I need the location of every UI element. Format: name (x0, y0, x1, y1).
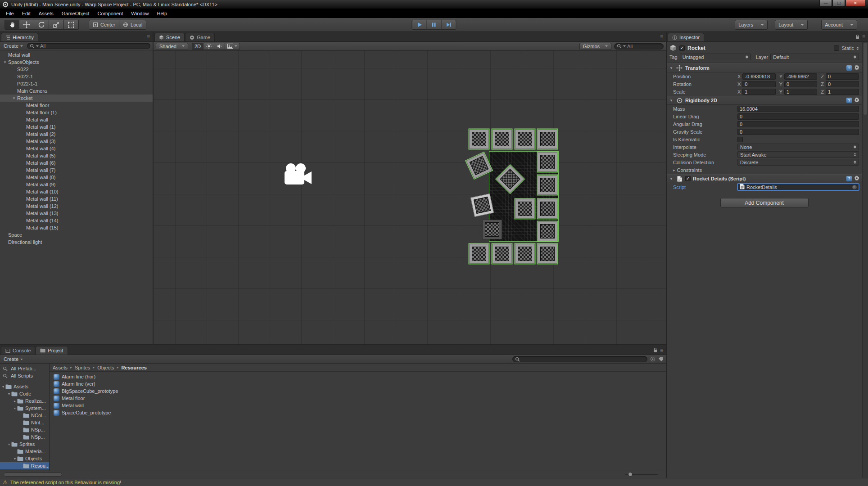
scale-tool-button[interactable] (49, 20, 64, 30)
metal-wall-tile[interactable] (538, 175, 557, 195)
value-field[interactable]: 16.0004 (737, 106, 859, 112)
vector-value-field[interactable]: 1 (784, 89, 817, 95)
metal-wall-tile[interactable] (515, 244, 535, 264)
metal-wall-tile[interactable] (538, 129, 557, 149)
thumbnail-zoom-slider[interactable] (625, 474, 658, 475)
search-by-type-icon[interactable] (650, 356, 656, 362)
project-favorite-item[interactable]: All Scripts (0, 372, 49, 379)
close-button[interactable]: ✕ (845, 0, 865, 7)
metal-wall-tile[interactable] (492, 129, 512, 149)
hierarchy-item[interactable]: Directional light (0, 238, 153, 246)
menu-component[interactable]: Component (93, 9, 127, 18)
hierarchy-item[interactable]: Metal wall (1) (0, 123, 153, 130)
breadcrumb-item[interactable]: Sprites (75, 365, 90, 370)
project-favorite-item[interactable]: All Prefab... (0, 365, 49, 372)
hierarchy-item[interactable]: Metal wall (10) (0, 188, 153, 195)
panel-menu-icon[interactable]: ≡ (147, 34, 150, 40)
metal-wall-tile[interactable] (469, 244, 489, 264)
vector-value-field[interactable]: 0 (742, 81, 775, 87)
help-icon[interactable]: ? (846, 65, 852, 71)
shading-mode-dropdown[interactable]: Shaded (156, 43, 188, 50)
menu-assets[interactable]: Assets (35, 9, 58, 18)
tab-scene[interactable]: Scene (154, 33, 185, 41)
project-folder-item[interactable]: Resou... (0, 462, 49, 469)
vector-value-field[interactable]: 0 (826, 81, 859, 87)
object-field[interactable]: RocketDetails (737, 184, 859, 190)
project-folder-item[interactable]: ▾System... (0, 405, 49, 412)
enum-dropdown[interactable]: Start Awake (737, 151, 859, 158)
vertical-scrollbar[interactable] (862, 42, 868, 478)
tab-project[interactable]: Project (36, 346, 68, 355)
search-filter-caret-icon[interactable] (623, 45, 626, 47)
menu-file[interactable]: File (2, 9, 18, 18)
foldout-arrow[interactable]: ▾ (2, 60, 8, 64)
metal-wall-tile[interactable] (482, 220, 502, 239)
menu-help[interactable]: Help (153, 9, 171, 18)
tab-inspector[interactable]: Inspector (668, 33, 704, 41)
search-by-label-icon[interactable] (658, 356, 664, 362)
hierarchy-item[interactable]: S022 (0, 66, 153, 73)
vector-value-field[interactable]: -0.6930618 (742, 73, 775, 80)
tab-hierarchy[interactable]: Hierarchy (1, 33, 38, 41)
enum-dropdown[interactable]: Discrete (737, 159, 859, 166)
component-enabled-checkbox[interactable]: ✓ (685, 176, 691, 181)
hierarchy-item[interactable]: Metal wall (14) (0, 217, 153, 224)
hierarchy-item[interactable]: Metal wall (13) (0, 210, 153, 217)
project-folder-item[interactable]: ▾Sprites (0, 441, 49, 448)
gear-icon[interactable] (854, 65, 859, 71)
foldout-arrow[interactable]: ▾ (7, 442, 11, 446)
panel-menu-icon[interactable]: ≡ (660, 347, 663, 353)
scrollbar-thumb[interactable] (863, 43, 867, 115)
scene-viewport[interactable] (154, 51, 666, 344)
project-folder-item[interactable]: NInt... (0, 419, 49, 426)
step-button[interactable] (442, 20, 457, 30)
hierarchy-item[interactable]: Metal wall (6) (0, 159, 153, 166)
static-flags-caret-icon[interactable] (856, 47, 859, 50)
breadcrumb-item[interactable]: Assets (53, 365, 68, 370)
component-header[interactable]: ▾✓Rocket Details (Script)? (667, 174, 862, 183)
value-field[interactable]: 0 (737, 113, 859, 120)
object-picker[interactable] (852, 185, 857, 189)
menu-gameobject[interactable]: GameObject (58, 9, 94, 18)
property-checkbox[interactable] (737, 137, 743, 142)
layout-dropdown[interactable]: Layout (775, 20, 808, 30)
hierarchy-create-button[interactable]: Create (2, 43, 24, 49)
lock-icon[interactable] (653, 347, 657, 352)
hierarchy-item[interactable]: S022-1 (0, 73, 153, 80)
project-folder-item[interactable]: NCol... (0, 412, 49, 419)
hand-tool-button[interactable] (5, 20, 19, 30)
hierarchy-item[interactable]: P022-1-1 (0, 80, 153, 87)
foldout-arrow[interactable]: ▾ (11, 96, 17, 100)
project-folder-item[interactable]: ▾Objects (0, 455, 49, 462)
metal-wall-tile[interactable] (515, 129, 535, 149)
foldout-arrow[interactable]: ▾ (13, 406, 17, 410)
gear-icon[interactable] (854, 176, 859, 182)
project-folder-item[interactable]: Materia... (0, 448, 49, 455)
metal-wall-tile[interactable] (470, 194, 494, 217)
pivot-center-button[interactable]: Center (89, 20, 119, 30)
pause-button[interactable] (427, 20, 442, 30)
breadcrumb-item[interactable]: Objects (97, 365, 114, 370)
scene-search-input[interactable]: All (614, 43, 664, 50)
project-file-item[interactable]: Alarm line (hor) (50, 373, 666, 380)
move-tool-button[interactable] (19, 20, 34, 30)
hierarchy-item[interactable]: Metal wall (12) (0, 202, 153, 210)
hierarchy-item[interactable]: Space (0, 231, 153, 238)
vector-value-field[interactable]: 1 (826, 89, 859, 95)
hierarchy-item[interactable]: Metal wall (11) (0, 195, 153, 202)
play-button[interactable] (412, 20, 427, 30)
hierarchy-item[interactable]: Metal wall (0, 51, 153, 58)
scene-lighting-button[interactable] (203, 43, 214, 50)
foldout-arrow[interactable]: ▾ (669, 176, 674, 181)
project-folder-item[interactable]: NSp... (0, 426, 49, 433)
project-folder-item[interactable]: NSp... (0, 433, 49, 441)
foldout-arrow[interactable]: ▾ (7, 392, 11, 396)
project-file-item[interactable]: Alarm line (ver) (50, 380, 666, 387)
project-file-item[interactable]: BigSpaceCube_prototype (50, 387, 666, 395)
tag-dropdown[interactable]: Untagged (680, 54, 751, 60)
metal-wall-tile[interactable] (492, 244, 512, 264)
breadcrumb-item[interactable]: Resources (122, 365, 147, 370)
scene-effects-dropdown[interactable] (225, 43, 240, 50)
hierarchy-item[interactable]: Metal wall (9) (0, 181, 153, 188)
hierarchy-item[interactable]: ▾Rocket (0, 94, 153, 102)
